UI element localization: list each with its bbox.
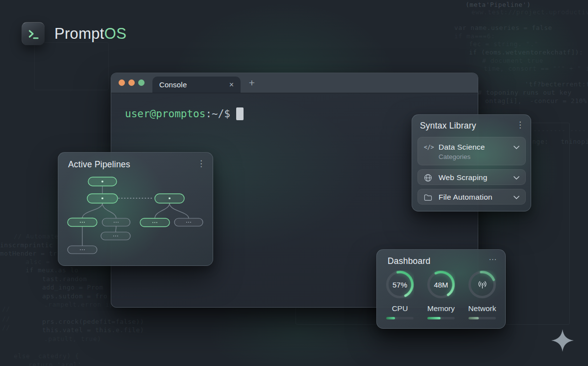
backdrop-code-line: nge: tninoping: [532, 138, 588, 145]
dashboard-card: Dashboard … 57% CPU: [376, 249, 506, 329]
brand-name-suffix: OS: [104, 25, 126, 42]
syntax-item-label: File Automation: [439, 193, 492, 202]
folder-icon: [424, 194, 435, 201]
backdrop-code-line: alsc =: [25, 258, 50, 265]
pipeline-node[interactable]: [174, 218, 203, 226]
terminal-logo-icon: [22, 22, 45, 45]
pipeline-node[interactable]: [88, 177, 117, 186]
backdrop-code-line: return 'argl': [28, 361, 81, 366]
syntax-item-subtitle: Categories: [439, 153, 525, 160]
syntax-item-label: Web Scraping: [439, 173, 487, 182]
pipelines-title: Active Pipelines: [68, 159, 130, 170]
pipeline-node[interactable]: [68, 246, 97, 254]
backdrop-code-line: if meux.as lo: [25, 266, 78, 274]
backdrop-code-line: add_ingo = Prom: [42, 284, 103, 291]
pipeline-node[interactable]: [87, 194, 118, 203]
backdrop-code-line: motHender = tr: [0, 250, 57, 257]
brand-wordmark: PromptOS: [54, 25, 126, 43]
syntax-library-title: Syntax Library: [420, 121, 476, 131]
backdrop-code-line: if (eoms.wetventorekchatf]):: [469, 49, 583, 56]
terminal-titlebar: Console × +: [111, 73, 478, 93]
antenna-icon: [468, 270, 496, 299]
chevron-down-icon[interactable]: [514, 196, 519, 199]
tab-console-label: Console: [159, 80, 229, 89]
pipeline-node[interactable]: [68, 218, 97, 227]
syntax-library-menu-icon[interactable]: ⋮: [516, 121, 524, 129]
gauge-ring: [468, 270, 496, 299]
gauge-bar: [427, 317, 455, 319]
chevron-down-icon[interactable]: [514, 146, 519, 149]
backdrop-code-line: //: [2, 305, 10, 313]
backdrop-code-line: # document true: [482, 57, 543, 64]
backdrop-code-line: if ma===6:: [454, 32, 495, 40]
window-control-minimize[interactable]: [128, 79, 135, 86]
window-control-zoom[interactable]: [138, 79, 145, 86]
chevron-down-icon[interactable]: [514, 176, 519, 180]
backdrop-code-line: .patult, true): [44, 335, 101, 342]
pipelines-menu-icon[interactable]: ⋮: [197, 159, 205, 168]
gauge-ring: 48M: [427, 270, 455, 299]
backdrop-code-line: (meta'Pipeline'): [466, 1, 531, 8]
dashboard-title: Dashboard: [388, 256, 430, 266]
backdrop-code-line: fec = string. ".": [469, 40, 539, 48]
prompt-user: user@promptos: [125, 108, 205, 120]
window-controls: [119, 79, 145, 86]
syntax-library-card: Syntax Library ⋮ </> Data Science Catego…: [412, 114, 531, 211]
dashboard-menu-icon[interactable]: …: [489, 253, 497, 262]
backdrop-code-line: this.vatel = this.e.file): [42, 326, 144, 334]
syntax-item-web-scraping[interactable]: Web Scraping: [417, 169, 526, 185]
gauge-value: 57%: [386, 270, 414, 299]
backdrop-code-line: ontag[i], -concur = 210%: [485, 97, 587, 105]
gauge-label: CPU: [392, 304, 408, 313]
gauge-value: 48M: [427, 270, 455, 299]
pipeline-node[interactable]: [102, 218, 130, 226]
gauge-memory: 48M Memory: [427, 270, 455, 319]
terminal-cursor: [236, 107, 244, 120]
code-icon: </>: [424, 144, 435, 151]
pipeline-node[interactable]: [155, 194, 184, 203]
sparkle-icon: [551, 329, 574, 352]
pipeline-flowchart: [58, 170, 213, 265]
gauge-row: 57% CPU 48M Memory: [377, 270, 505, 319]
brand-logo: PromptOS: [22, 22, 126, 45]
backdrop-rect: [34, 42, 109, 90]
tab-console[interactable]: Console ×: [152, 77, 241, 93]
prompt-path: :~/$: [205, 108, 230, 120]
gauge-cpu: 57% CPU: [386, 270, 414, 319]
syntax-item-label: Data Science: [439, 143, 485, 152]
gauge-network: Network: [468, 270, 496, 319]
syntax-item-file-automation[interactable]: File Automation: [417, 189, 526, 205]
backdrop-code-line: time, consort == "'" + " i: [484, 65, 588, 72]
backdrop-code-line: 'tf?becterrent:fo: [525, 80, 588, 88]
pipeline-node[interactable]: [140, 218, 170, 227]
gauge-bar: [386, 317, 414, 319]
syntax-item-data-science[interactable]: </> Data Science Categories: [417, 137, 526, 165]
gauge-bar: [468, 317, 496, 319]
window-control-close[interactable]: [119, 79, 125, 86]
backdrop-code-line: eww.test://project.uproductivity: [471, 8, 588, 16]
backdrop-code-line: tast.random: [42, 275, 87, 283]
promptos-hero: (meta'Pipeline') eww.test://project.upro…: [0, 0, 588, 366]
gauge-label: Network: [468, 304, 496, 313]
globe-icon: [424, 174, 435, 182]
gauge-label: Memory: [427, 304, 455, 313]
backdrop-code-line: else _catedry) {: [14, 352, 79, 360]
backdrop-code-line: inscrmprintic: [0, 241, 53, 249]
tab-close-icon[interactable]: ×: [229, 80, 234, 89]
gauge-ring: 57%: [386, 270, 414, 299]
backdrop-code-line: aps.sutdom = fro: [42, 292, 107, 300]
backdrop-code-line: var name.useries = false: [454, 24, 552, 31]
backdrop-code-line: # toponiny runs out key: [478, 89, 572, 96]
pipeline-node[interactable]: [101, 232, 130, 240]
backdrop-code-line: //: [2, 324, 10, 331]
brand-name-prefix: Prompt: [54, 25, 104, 42]
prompt-glyph-icon: [28, 29, 39, 39]
new-tab-button[interactable]: +: [246, 75, 257, 91]
backdrop-code-line: //: [2, 315, 10, 322]
backdrop-code-line: .rampelt.erron ip: [44, 301, 114, 308]
backdrop-code-line: -------- ---- ------: [533, 127, 588, 134]
active-pipelines-card: Active Pipelines ⋮: [58, 152, 213, 266]
backdrop-code-line: prs.crock(pedefit=false)): [42, 318, 144, 325]
